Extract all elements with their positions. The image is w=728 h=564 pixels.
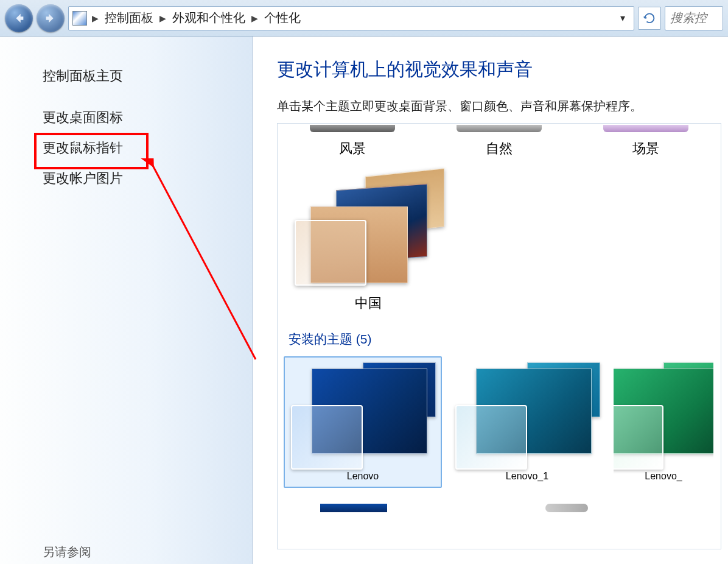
theme-label: Lenovo — [347, 471, 379, 482]
theme-thumbnail — [292, 172, 444, 288]
theme-label: Lenovo_1 — [506, 471, 548, 482]
theme-label: 中国 — [355, 294, 382, 312]
theme-thumbnail — [454, 362, 600, 471]
theme-item-lenovo[interactable]: Lenovo — [284, 356, 442, 488]
chevron-right-icon: ▶ — [159, 13, 166, 23]
sidebar: 控制面板主页 更改桌面图标 更改鼠标指针 更改帐户图片 另请参阅 — [0, 37, 253, 564]
theme-item-lenovo-2[interactable]: Lenovo_ — [612, 356, 715, 488]
main-content: 更改计算机上的视觉效果和声音 单击某个主题立即更改桌面背景、窗口颜色、声音和屏幕… — [253, 37, 728, 564]
theme-label: 风景 — [339, 139, 366, 158]
chevron-right-icon: ▶ — [92, 13, 99, 23]
sidebar-link-mouse-pointers[interactable]: 更改鼠标指针 — [0, 133, 252, 163]
theme-label: 自然 — [486, 139, 513, 158]
location-bar[interactable]: ▶ 控制面板 ▶ 外观和个性化 ▶ 个性化 ▾ — [68, 6, 634, 30]
theme-thumbnail-partial — [545, 504, 588, 512]
page-title: 更改计算机上的视觉效果和声音 — [277, 57, 728, 82]
svg-line-0 — [152, 164, 256, 359]
breadcrumb-appearance[interactable]: 外观和个性化 — [167, 7, 250, 29]
page-description: 单击某个主题立即更改桌面背景、窗口颜色、声音和屏幕保护程序。 — [277, 98, 728, 115]
theme-thumbnail-partial — [320, 504, 387, 512]
address-bar: ▶ 控制面板 ▶ 外观和个性化 ▶ 个性化 ▾ — [0, 0, 728, 37]
theme-item-china[interactable]: 中国 — [289, 169, 448, 316]
theme-item-scenes[interactable]: 场景 — [581, 125, 710, 158]
chevron-right-icon: ▶ — [251, 13, 258, 23]
theme-label: 场景 — [632, 139, 659, 158]
forward-button[interactable] — [37, 4, 65, 32]
theme-item-lenovo-1[interactable]: Lenovo_1 — [448, 356, 606, 488]
theme-thumbnail — [612, 362, 715, 471]
themes-pane: 风景 自然 场景 — [277, 123, 721, 549]
theme-item-landscape[interactable]: 风景 — [289, 125, 417, 158]
theme-color-bar — [603, 125, 688, 132]
sidebar-link-account-picture[interactable]: 更改帐户图片 — [0, 163, 252, 194]
sidebar-see-also: 另请参阅 — [43, 544, 91, 560]
search-box[interactable] — [665, 6, 723, 30]
section-title-installed: 安装的主题 (5) — [289, 331, 721, 348]
theme-thumbnail — [290, 362, 436, 471]
search-input[interactable] — [670, 11, 718, 25]
back-button[interactable] — [5, 4, 33, 32]
location-dropdown[interactable]: ▾ — [615, 12, 630, 24]
breadcrumb-control-panel[interactable]: 控制面板 — [100, 7, 158, 29]
theme-label: Lenovo_ — [645, 471, 682, 482]
sidebar-link-desktop-icons[interactable]: 更改桌面图标 — [0, 102, 252, 133]
theme-color-bar — [457, 125, 542, 132]
refresh-button[interactable] — [638, 7, 661, 30]
sidebar-home-link[interactable]: 控制面板主页 — [0, 61, 252, 91]
location-icon — [72, 11, 87, 26]
theme-item-nature[interactable]: 自然 — [435, 125, 564, 158]
breadcrumb-personalization[interactable]: 个性化 — [259, 7, 306, 29]
theme-color-bar — [310, 125, 395, 132]
